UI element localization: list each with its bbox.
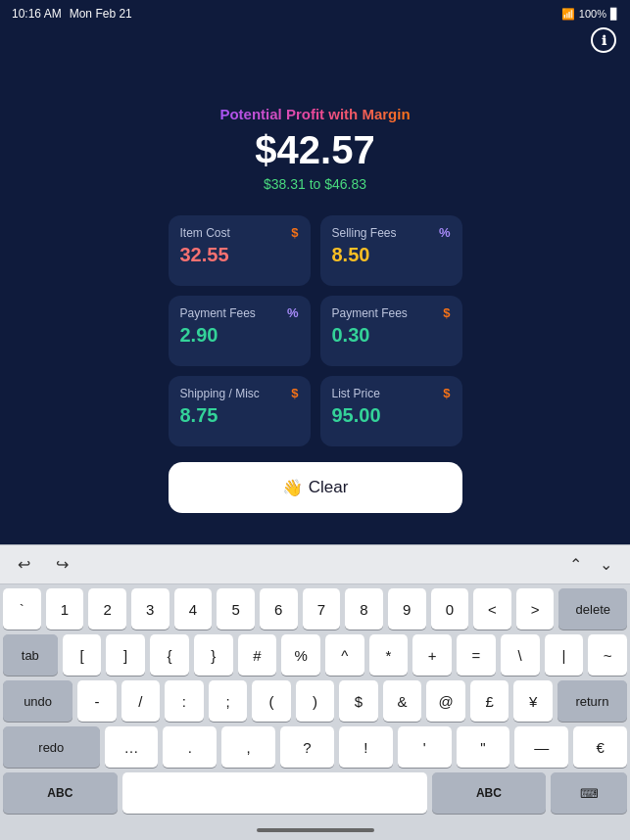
status-icons: 📶 100% ▊: [561, 8, 618, 21]
key-paren-close[interactable]: ): [296, 680, 335, 722]
undo-button[interactable]: ↩: [14, 553, 34, 576]
key-ampersand[interactable]: &: [383, 680, 422, 722]
key-6[interactable]: 6: [260, 588, 298, 630]
key-tilde[interactable]: ~: [588, 634, 627, 676]
keyboard-rows: ` 1 2 3 4 5 6 7 8 9 0 < > delete tab [ ]…: [0, 584, 630, 820]
payment-fees-dollar-value: 0.30: [332, 324, 451, 347]
key-comma[interactable]: ,: [221, 726, 275, 768]
spacebar-key[interactable]: [122, 772, 427, 814]
key-period[interactable]: .: [163, 726, 217, 768]
key-bracket-close[interactable]: ]: [106, 634, 145, 676]
key-2[interactable]: 2: [88, 588, 126, 630]
key-apostrophe[interactable]: ': [398, 726, 452, 768]
wifi-icon: 📶: [561, 8, 575, 21]
selling-fees-card[interactable]: Selling Fees % 8.50: [320, 215, 462, 286]
key-1[interactable]: 1: [46, 588, 84, 630]
bottom-bar: [0, 820, 630, 840]
chevron-down-button[interactable]: ⌄: [596, 553, 616, 576]
key-gt[interactable]: >: [516, 588, 555, 630]
item-cost-label: Item Cost: [180, 226, 230, 240]
key-semicolon[interactable]: ;: [209, 680, 248, 722]
key-lt[interactable]: <: [473, 588, 511, 630]
shipping-misc-card[interactable]: Shipping / Misc $ 8.75: [169, 376, 311, 446]
key-asterisk[interactable]: *: [369, 634, 409, 676]
item-cost-card[interactable]: Item Cost $ 32.55: [169, 215, 311, 286]
key-slash[interactable]: /: [121, 680, 161, 722]
selling-fees-label: Selling Fees: [332, 226, 397, 240]
payment-fees-percent-card[interactable]: Payment Fees % 2.90: [169, 296, 311, 366]
key-euro[interactable]: €: [573, 726, 627, 768]
chevron-up-button[interactable]: ⌃: [565, 553, 586, 576]
list-price-card[interactable]: List Price $ 95.00: [320, 376, 462, 446]
key-percent[interactable]: %: [281, 634, 320, 676]
key-dollar[interactable]: $: [339, 680, 378, 722]
clear-button[interactable]: 👋 Clear: [169, 462, 462, 513]
key-4[interactable]: 4: [174, 588, 213, 630]
key-plus[interactable]: +: [412, 634, 452, 676]
key-colon[interactable]: :: [165, 680, 204, 722]
key-9[interactable]: 9: [388, 588, 426, 630]
payment-fees-dollar-label: Payment Fees: [332, 306, 408, 320]
cards-grid: Item Cost $ 32.55 Selling Fees % 8.50 Pa…: [169, 215, 462, 446]
key-8[interactable]: 8: [345, 588, 383, 630]
key-5[interactable]: 5: [217, 588, 255, 630]
keyboard-toolbar: ↩ ↪ ⌃ ⌄: [0, 545, 630, 584]
clear-label: Clear: [309, 478, 349, 497]
key-undo[interactable]: undo: [3, 680, 73, 722]
key-backtick[interactable]: `: [3, 588, 41, 630]
shipping-misc-label: Shipping / Misc: [180, 387, 260, 400]
item-cost-header: Item Cost $: [180, 225, 299, 240]
toolbar-left: ↩ ↪: [14, 553, 73, 576]
key-row-1: ` 1 2 3 4 5 6 7 8 9 0 < > delete: [3, 588, 627, 630]
return-key[interactable]: return: [557, 680, 627, 722]
profit-amount: $42.57: [255, 128, 374, 172]
key-ellipsis[interactable]: …: [105, 726, 159, 768]
key-equals[interactable]: =: [457, 634, 496, 676]
shipping-misc-value: 8.75: [180, 404, 299, 427]
key-brace-close[interactable]: }: [194, 634, 233, 676]
key-pound[interactable]: £: [470, 680, 509, 722]
key-row-5: ABC ABC ⌨: [3, 772, 627, 814]
key-7[interactable]: 7: [303, 588, 341, 630]
home-indicator: [257, 828, 374, 832]
key-question[interactable]: ?: [280, 726, 334, 768]
key-caret[interactable]: ^: [325, 634, 364, 676]
key-row-3: undo - / : ; ( ) $ & @ £ ¥ return: [3, 680, 627, 722]
redo-button[interactable]: ↪: [52, 553, 73, 576]
list-price-header: List Price $: [332, 386, 451, 400]
item-cost-unit: $: [291, 225, 298, 240]
key-abc-right[interactable]: ABC: [432, 772, 547, 814]
key-tab[interactable]: tab: [3, 634, 58, 676]
info-button[interactable]: ℹ: [591, 27, 616, 53]
key-exclaim[interactable]: !: [339, 726, 393, 768]
payment-fees-percent-unit: %: [287, 305, 299, 320]
key-backslash[interactable]: \: [501, 634, 540, 676]
payment-fees-percent-label: Payment Fees: [180, 306, 256, 320]
key-0[interactable]: 0: [431, 588, 469, 630]
selling-fees-value: 8.50: [332, 244, 451, 266]
key-row-2: tab [ ] { } # % ^ * + = \ | ~: [3, 634, 627, 676]
key-quote[interactable]: ": [457, 726, 510, 768]
key-brace-open[interactable]: {: [150, 634, 189, 676]
main-content: Potential Profit with Margin $42.57 $38.…: [0, 27, 630, 529]
payment-fees-dollar-unit: $: [443, 305, 450, 320]
key-pipe[interactable]: |: [545, 634, 584, 676]
battery-label: 100%: [579, 8, 606, 20]
key-redo[interactable]: redo: [3, 726, 100, 768]
status-bar: 10:16 AM Mon Feb 21 📶 100% ▊: [0, 0, 630, 27]
key-3[interactable]: 3: [131, 588, 170, 630]
key-minus[interactable]: -: [77, 680, 117, 722]
key-abc-left[interactable]: ABC: [3, 772, 118, 814]
key-yen[interactable]: ¥: [513, 680, 553, 722]
payment-fees-percent-value: 2.90: [180, 324, 299, 347]
keyboard-icon-key[interactable]: ⌨: [551, 772, 627, 814]
key-bracket-open[interactable]: [: [63, 634, 102, 676]
delete-key[interactable]: delete: [558, 588, 627, 630]
payment-fees-percent-header: Payment Fees %: [180, 305, 299, 320]
status-date: Mon Feb 21: [70, 7, 132, 21]
key-at[interactable]: @: [426, 680, 465, 722]
key-paren-open[interactable]: (: [252, 680, 291, 722]
key-emdash[interactable]: —: [514, 726, 568, 768]
payment-fees-dollar-card[interactable]: Payment Fees $ 0.30: [320, 296, 462, 366]
key-hash[interactable]: #: [238, 634, 277, 676]
